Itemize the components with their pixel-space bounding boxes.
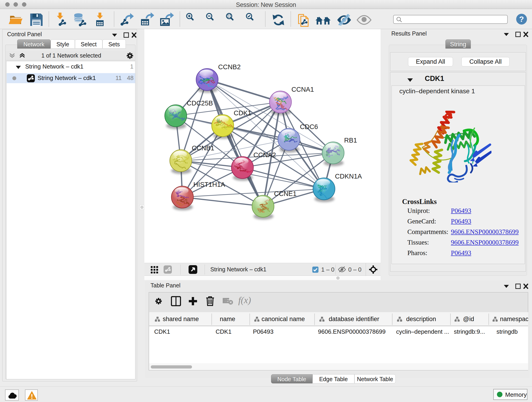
svg-text:CDKN1A: CDKN1A xyxy=(335,172,362,180)
svg-text:CDK1: CDK1 xyxy=(234,109,251,117)
svg-text:CCNB1: CCNB1 xyxy=(192,144,214,152)
svg-text:CCNB2: CCNB2 xyxy=(218,63,241,70)
svg-text:HIST1H1A: HIST1H1A xyxy=(193,181,225,188)
svg-text:CDC25B: CDC25B xyxy=(187,99,213,107)
svg-text:CDC6: CDC6 xyxy=(300,123,318,130)
svg-text:CCNA2: CCNA2 xyxy=(253,151,276,159)
svg-text:CCNE1: CCNE1 xyxy=(274,190,297,197)
svg-text:RB1: RB1 xyxy=(344,137,357,144)
svg-text:CCNA1: CCNA1 xyxy=(291,86,314,93)
